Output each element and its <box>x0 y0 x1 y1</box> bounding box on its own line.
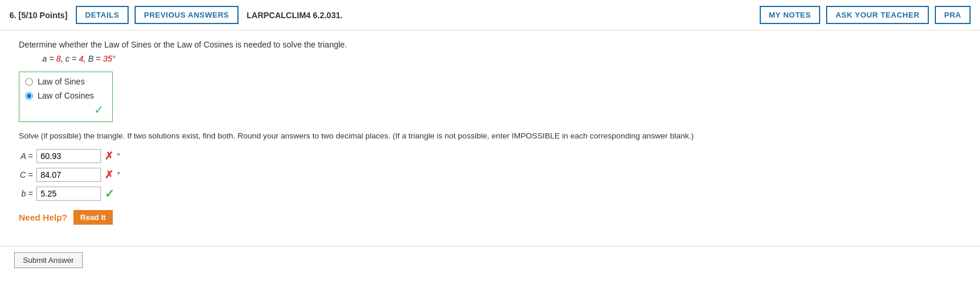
law-selection-box: Law of Sines Law of Cosines ✓ <box>19 72 113 122</box>
law-cosines-radio[interactable] <box>25 92 33 100</box>
read-it-button[interactable]: Read It <box>73 210 113 225</box>
law-sines-label[interactable]: Law of Sines <box>38 77 85 86</box>
content-area: Determine whether the Law of Sines or th… <box>0 31 980 246</box>
bottom-bar: Submit Answer <box>0 246 980 274</box>
status-b-correct-icon: ✓ <box>105 187 115 201</box>
my-notes-button[interactable]: MY NOTES <box>760 6 821 24</box>
input-b[interactable] <box>36 187 101 201</box>
need-help-label: Need Help? <box>19 212 68 222</box>
question-instruction: Determine whether the Law of Sines or th… <box>19 40 966 49</box>
practice-button[interactable]: PRA <box>935 6 971 24</box>
answer-row-b: b = ✓ <box>19 187 966 201</box>
given-values-text: a = 8, c = 4, B = 35° <box>42 54 115 63</box>
answer-row-A: A = ✗ ° <box>19 149 966 163</box>
label-C: C = <box>19 170 33 180</box>
ask-teacher-button[interactable]: ASK YOUR TEACHER <box>826 6 929 24</box>
details-button[interactable]: DETAILS <box>76 6 129 24</box>
law-sines-radio[interactable] <box>25 78 33 86</box>
problem-id: LARPCALCLIM4 6.2.031. <box>247 11 343 20</box>
question-number: 6. [5/10 Points] <box>9 11 68 20</box>
status-A-wrong-icon: ✗ <box>105 150 113 163</box>
radio-correct-checkmark: ✓ <box>25 103 104 117</box>
label-A: A = <box>19 151 33 161</box>
input-C[interactable] <box>36 168 101 182</box>
status-C-wrong-icon: ✗ <box>105 168 113 181</box>
law-cosines-option[interactable]: Law of Cosines <box>25 91 104 100</box>
answer-row-C: C = ✗ ° <box>19 168 966 182</box>
law-cosines-label[interactable]: Law of Cosines <box>38 91 94 100</box>
degree-A: ° <box>117 151 120 161</box>
header-bar: 6. [5/10 Points] DETAILS PREVIOUS ANSWER… <box>0 0 980 31</box>
law-sines-option[interactable]: Law of Sines <box>25 77 104 86</box>
input-A[interactable] <box>36 149 101 163</box>
previous-answers-button[interactable]: PREVIOUS ANSWERS <box>135 6 239 24</box>
solve-instruction: Solve (if possible) the triangle. If two… <box>19 130 966 142</box>
degree-C: ° <box>117 170 120 180</box>
submit-button[interactable]: Submit Answer <box>14 252 83 268</box>
label-b: b = <box>19 189 33 198</box>
given-values: a = 8, c = 4, B = 35° <box>42 54 966 63</box>
need-help-row: Need Help? Read It <box>19 210 966 225</box>
